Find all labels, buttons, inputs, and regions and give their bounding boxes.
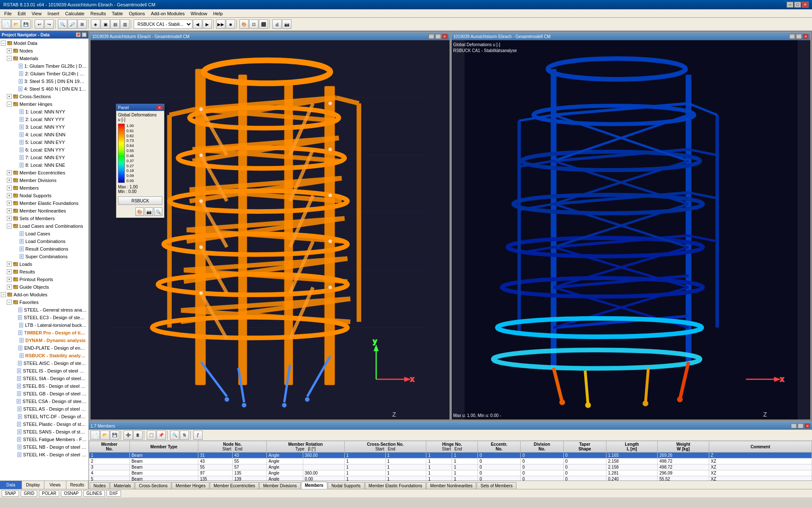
tree-toggle-model-data[interactable]: − [1,41,6,46]
tree-item-fav4[interactable]: TIMBER Pro - Design of timb... [0,329,88,337]
tree-item-cross-sections[interactable]: +Cross-Sections [0,93,88,100]
nav-close-button[interactable]: ✕ [82,32,87,37]
tree-item-fav8[interactable]: STEEL AISC - Design of steel m... [0,359,88,367]
table-tab-materials[interactable]: Materials [110,482,135,489]
view2-max-button[interactable]: □ [796,34,802,39]
tree-toggle-member-hinges[interactable]: − [7,102,12,107]
nav-tab-data[interactable]: Data [0,481,22,489]
tree-item-fav7[interactable]: RSBUCK - Stability analysis [0,352,88,359]
table-row[interactable]: 4Beam97135Angle360.0011110001.281296.09X… [89,470,812,476]
table-tab-nodes[interactable]: Nodes [90,482,110,489]
tree-item-h2[interactable]: 2: Local: NNY YYY [0,116,88,123]
tree-item-fav9[interactable]: STEEL IS - Design of steel memb... [0,367,88,375]
tree-item-fav10[interactable]: STEEL SIA - Design of steel mem... [0,375,88,382]
tree-item-fav14[interactable]: STEEL AS - Design of steel mem... [0,405,88,413]
menu-item-insert[interactable]: Insert [45,10,62,17]
tree-item-nodal-supports[interactable]: +Nodal Supports [0,192,88,199]
tree-item-load-cases[interactable]: Load Cases [0,230,88,237]
view-side-button[interactable]: ▤ [110,19,120,29]
menu-item-results[interactable]: Results [88,10,109,17]
tree-toggle-load-cases-combinations[interactable]: − [7,224,12,229]
tree-item-fav16[interactable]: STEEL Plastic - Design of steel m... [0,420,88,428]
tree-item-fav15[interactable]: STEEL NTC-DF - Design of ste... [0,413,88,420]
prev-case-button[interactable]: ◀ [193,19,202,29]
zoom-fit-button[interactable]: ⊞ [77,19,87,29]
zoom-out-button[interactable]: 🔎 [68,19,77,29]
tree-toggle-add-on-modules[interactable]: − [1,292,6,297]
tree-item-fav17[interactable]: STEEL SANS - Design of steel m... [0,428,88,436]
menu-item-window[interactable]: Window [188,10,210,17]
view-front-button[interactable]: ▣ [101,19,110,29]
tree-item-results[interactable]: +Results [0,268,88,276]
tree-toggle-favorites[interactable]: − [7,300,12,305]
table-tb-func[interactable]: ƒ [193,431,203,440]
status-item-snap[interactable]: SNAP [2,490,19,497]
tree-toggle-member-elastic-foundations[interactable]: + [7,201,12,206]
nav-tab-display[interactable]: Display [22,481,44,489]
view-top-button[interactable]: ▥ [120,19,129,29]
table-tab-member-hinges[interactable]: Member Hinges [172,482,209,489]
view2-content[interactable]: Global Deformations u [-] RSBUCK CA1 - S… [452,40,811,420]
open-button[interactable]: 📂 [11,19,21,29]
table-close-button[interactable]: ✕ [804,423,810,428]
render-button[interactable]: 🎨 [239,19,249,29]
tree-toggle-sets-of-members[interactable]: + [7,216,12,221]
tree-item-fav6[interactable]: END-PLATE - Design of end p... [0,344,88,352]
menu-item-help[interactable]: Help [211,10,225,17]
maximize-button[interactable]: □ [794,2,801,8]
menu-item-file[interactable]: File [2,10,14,17]
table-tb-filter[interactable]: 🔍 [170,431,179,440]
menu-item-add-on-modules[interactable]: Add-on Modules [148,10,187,17]
solid-button[interactable]: ⬛ [259,19,268,29]
table-tab-nodal-supports[interactable]: Nodal Supports [328,482,365,489]
tree-item-h3[interactable]: 3: Local: NNN YYY [0,123,88,131]
tree-toggle-printout-reports[interactable]: + [7,277,12,282]
tree-item-super-combinations[interactable]: Super Combinations [0,253,88,260]
view1-content[interactable]: x y Z Panel ✕ [91,40,450,420]
table-min-button[interactable]: ─ [791,423,797,428]
tree-toggle-member-divisions[interactable]: + [7,178,12,183]
table-tb-new[interactable]: 📄 [91,431,100,440]
zoom-in-button[interactable]: 🔍 [58,19,67,29]
view2-min-button[interactable]: ─ [789,34,795,39]
table-tb-save[interactable]: 💾 [110,431,119,440]
status-item-dxf[interactable]: DXF [107,490,121,497]
status-item-glines[interactable]: GLINES [83,490,105,497]
table-tab-member-elastic-foundations[interactable]: Member Elastic Foundations [365,482,426,489]
table-max-button[interactable]: □ [798,423,804,428]
view1-min-button[interactable]: ─ [428,34,434,39]
panel-tool-1[interactable]: 🎨 [135,207,144,216]
tree-toggle-nodal-supports[interactable]: + [7,193,12,198]
tree-item-add-on-modules[interactable]: −Add-on Modules [0,291,88,298]
table-tab-member-eccentricities[interactable]: Member Eccentricities [210,482,259,489]
run-button[interactable]: ▶▶ [216,19,225,29]
tree-item-mat4[interactable]: 4: Steel S 460 N | DIN EN 1993- [0,85,88,93]
table-row[interactable]: 5Beam135139Angle0.0011110000.24055.52XZ [89,476,812,481]
table-tab-member-nonlinearities[interactable]: Member Nonlinearities [426,482,476,489]
table-content[interactable]: MemberNo. Member Type Node No.Start End … [89,441,812,480]
tree-toggle-member-eccentricities[interactable]: + [7,170,12,175]
tree-toggle-cross-sections[interactable]: + [7,94,12,99]
status-item-osnap[interactable]: OSNAP [61,490,82,497]
table-tb-paste[interactable]: 📌 [156,431,166,440]
tree-item-fav19[interactable]: STEEL NB - Design of steel mem... [0,443,88,451]
table-tb-sort[interactable]: ⇅ [180,431,189,440]
table-tb-add[interactable]: ➕ [123,431,133,440]
table-tb-open[interactable]: 📂 [100,431,110,440]
tree-toggle-materials[interactable]: − [7,56,12,61]
tree-item-fav2[interactable]: STEEL EC3 - Design of steel m... [0,314,88,321]
minimize-button[interactable]: ─ [787,2,793,8]
status-item-grid[interactable]: GRID [21,490,37,497]
tree-item-fav12[interactable]: STEEL GB - Design of steel mem... [0,390,88,398]
load-case-dropdown[interactable]: RSBUCK CA1 - Stabili... [134,19,192,29]
table-tb-delete[interactable]: 🗑 [133,431,143,440]
tree-item-fav1[interactable]: STEEL - General stress analys... [0,306,88,314]
panel-tool-2[interactable]: 📷 [145,207,153,216]
table-tb-copy[interactable]: 📋 [147,431,156,440]
tree-item-sets-of-members[interactable]: +Sets of Members [0,215,88,222]
table-tab-members[interactable]: Members [301,482,327,489]
table-row[interactable]: 1Beam3143Angle360.0011110001.165269.26Z [89,453,812,458]
tree-item-members[interactable]: +Members [0,184,88,192]
wire-button[interactable]: ⊡ [249,19,258,29]
tree-item-mat1[interactable]: 1: Glulam Timber GL28c | DIN 1 [0,62,88,70]
